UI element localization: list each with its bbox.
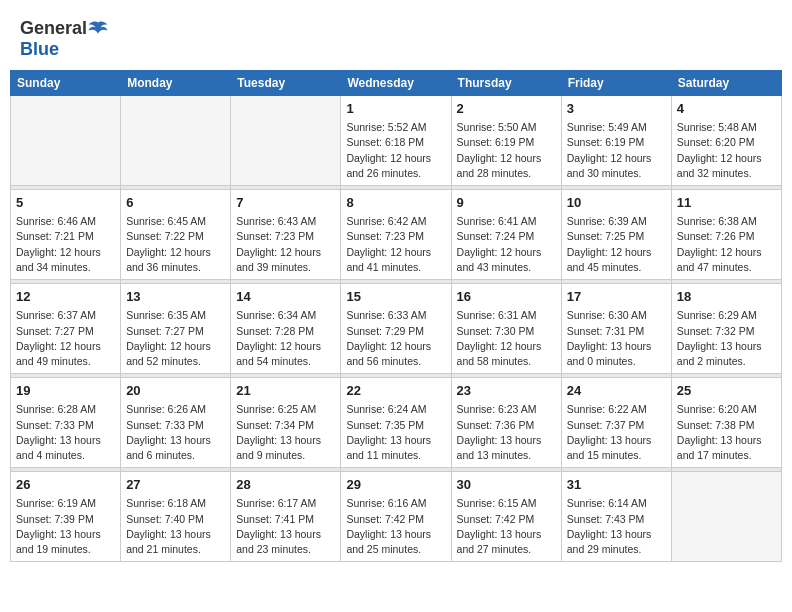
weekday-header-wednesday: Wednesday <box>341 71 451 96</box>
calendar-week-row: 12Sunrise: 6:37 AM Sunset: 7:27 PM Dayli… <box>11 284 782 374</box>
calendar-cell: 3Sunrise: 5:49 AM Sunset: 6:19 PM Daylig… <box>561 96 671 186</box>
day-info: Sunrise: 6:26 AM Sunset: 7:33 PM Dayligh… <box>126 402 225 463</box>
day-number: 24 <box>567 382 666 400</box>
day-info: Sunrise: 5:52 AM Sunset: 6:18 PM Dayligh… <box>346 120 445 181</box>
day-info: Sunrise: 6:46 AM Sunset: 7:21 PM Dayligh… <box>16 214 115 275</box>
day-number: 9 <box>457 194 556 212</box>
weekday-header-monday: Monday <box>121 71 231 96</box>
calendar-cell: 23Sunrise: 6:23 AM Sunset: 7:36 PM Dayli… <box>451 378 561 468</box>
day-number: 4 <box>677 100 776 118</box>
calendar-cell: 12Sunrise: 6:37 AM Sunset: 7:27 PM Dayli… <box>11 284 121 374</box>
day-number: 19 <box>16 382 115 400</box>
calendar-cell: 20Sunrise: 6:26 AM Sunset: 7:33 PM Dayli… <box>121 378 231 468</box>
calendar-cell: 26Sunrise: 6:19 AM Sunset: 7:39 PM Dayli… <box>11 472 121 562</box>
day-number: 25 <box>677 382 776 400</box>
day-number: 16 <box>457 288 556 306</box>
day-number: 7 <box>236 194 335 212</box>
logo-general: General <box>20 18 87 39</box>
day-number: 10 <box>567 194 666 212</box>
day-number: 13 <box>126 288 225 306</box>
day-number: 22 <box>346 382 445 400</box>
calendar-cell: 25Sunrise: 6:20 AM Sunset: 7:38 PM Dayli… <box>671 378 781 468</box>
weekday-header-friday: Friday <box>561 71 671 96</box>
calendar-week-row: 5Sunrise: 6:46 AM Sunset: 7:21 PM Daylig… <box>11 190 782 280</box>
day-info: Sunrise: 5:48 AM Sunset: 6:20 PM Dayligh… <box>677 120 776 181</box>
day-info: Sunrise: 6:42 AM Sunset: 7:23 PM Dayligh… <box>346 214 445 275</box>
day-info: Sunrise: 6:33 AM Sunset: 7:29 PM Dayligh… <box>346 308 445 369</box>
calendar-cell: 6Sunrise: 6:45 AM Sunset: 7:22 PM Daylig… <box>121 190 231 280</box>
day-number: 15 <box>346 288 445 306</box>
weekday-header-sunday: Sunday <box>11 71 121 96</box>
logo-bird-icon <box>87 20 109 38</box>
day-info: Sunrise: 6:45 AM Sunset: 7:22 PM Dayligh… <box>126 214 225 275</box>
day-info: Sunrise: 6:35 AM Sunset: 7:27 PM Dayligh… <box>126 308 225 369</box>
calendar-cell: 18Sunrise: 6:29 AM Sunset: 7:32 PM Dayli… <box>671 284 781 374</box>
calendar-cell: 28Sunrise: 6:17 AM Sunset: 7:41 PM Dayli… <box>231 472 341 562</box>
calendar-cell <box>231 96 341 186</box>
day-info: Sunrise: 6:25 AM Sunset: 7:34 PM Dayligh… <box>236 402 335 463</box>
day-info: Sunrise: 6:20 AM Sunset: 7:38 PM Dayligh… <box>677 402 776 463</box>
day-info: Sunrise: 5:50 AM Sunset: 6:19 PM Dayligh… <box>457 120 556 181</box>
calendar-cell: 8Sunrise: 6:42 AM Sunset: 7:23 PM Daylig… <box>341 190 451 280</box>
day-info: Sunrise: 6:19 AM Sunset: 7:39 PM Dayligh… <box>16 496 115 557</box>
day-number: 5 <box>16 194 115 212</box>
day-info: Sunrise: 6:24 AM Sunset: 7:35 PM Dayligh… <box>346 402 445 463</box>
calendar-cell: 31Sunrise: 6:14 AM Sunset: 7:43 PM Dayli… <box>561 472 671 562</box>
calendar-week-row: 26Sunrise: 6:19 AM Sunset: 7:39 PM Dayli… <box>11 472 782 562</box>
day-info: Sunrise: 6:34 AM Sunset: 7:28 PM Dayligh… <box>236 308 335 369</box>
day-info: Sunrise: 6:37 AM Sunset: 7:27 PM Dayligh… <box>16 308 115 369</box>
day-info: Sunrise: 6:39 AM Sunset: 7:25 PM Dayligh… <box>567 214 666 275</box>
day-number: 12 <box>16 288 115 306</box>
day-info: Sunrise: 6:14 AM Sunset: 7:43 PM Dayligh… <box>567 496 666 557</box>
calendar-cell <box>121 96 231 186</box>
day-number: 31 <box>567 476 666 494</box>
day-number: 29 <box>346 476 445 494</box>
calendar-cell: 30Sunrise: 6:15 AM Sunset: 7:42 PM Dayli… <box>451 472 561 562</box>
calendar-cell: 27Sunrise: 6:18 AM Sunset: 7:40 PM Dayli… <box>121 472 231 562</box>
calendar-cell: 4Sunrise: 5:48 AM Sunset: 6:20 PM Daylig… <box>671 96 781 186</box>
day-info: Sunrise: 6:28 AM Sunset: 7:33 PM Dayligh… <box>16 402 115 463</box>
day-number: 11 <box>677 194 776 212</box>
calendar-cell <box>671 472 781 562</box>
day-info: Sunrise: 5:49 AM Sunset: 6:19 PM Dayligh… <box>567 120 666 181</box>
logo-blue: Blue <box>20 39 59 60</box>
calendar-cell: 7Sunrise: 6:43 AM Sunset: 7:23 PM Daylig… <box>231 190 341 280</box>
calendar-cell: 14Sunrise: 6:34 AM Sunset: 7:28 PM Dayli… <box>231 284 341 374</box>
day-info: Sunrise: 6:16 AM Sunset: 7:42 PM Dayligh… <box>346 496 445 557</box>
calendar-cell: 5Sunrise: 6:46 AM Sunset: 7:21 PM Daylig… <box>11 190 121 280</box>
day-info: Sunrise: 6:29 AM Sunset: 7:32 PM Dayligh… <box>677 308 776 369</box>
day-number: 14 <box>236 288 335 306</box>
calendar-cell: 9Sunrise: 6:41 AM Sunset: 7:24 PM Daylig… <box>451 190 561 280</box>
day-number: 30 <box>457 476 556 494</box>
calendar-cell: 21Sunrise: 6:25 AM Sunset: 7:34 PM Dayli… <box>231 378 341 468</box>
day-number: 27 <box>126 476 225 494</box>
weekday-header-tuesday: Tuesday <box>231 71 341 96</box>
day-info: Sunrise: 6:17 AM Sunset: 7:41 PM Dayligh… <box>236 496 335 557</box>
calendar-week-row: 19Sunrise: 6:28 AM Sunset: 7:33 PM Dayli… <box>11 378 782 468</box>
calendar-cell: 1Sunrise: 5:52 AM Sunset: 6:18 PM Daylig… <box>341 96 451 186</box>
day-number: 28 <box>236 476 335 494</box>
day-number: 21 <box>236 382 335 400</box>
day-info: Sunrise: 6:38 AM Sunset: 7:26 PM Dayligh… <box>677 214 776 275</box>
weekday-header-saturday: Saturday <box>671 71 781 96</box>
day-number: 6 <box>126 194 225 212</box>
day-info: Sunrise: 6:30 AM Sunset: 7:31 PM Dayligh… <box>567 308 666 369</box>
logo: GeneralBlue <box>20 18 109 60</box>
day-number: 23 <box>457 382 556 400</box>
day-info: Sunrise: 6:22 AM Sunset: 7:37 PM Dayligh… <box>567 402 666 463</box>
day-number: 18 <box>677 288 776 306</box>
calendar-cell: 19Sunrise: 6:28 AM Sunset: 7:33 PM Dayli… <box>11 378 121 468</box>
calendar-cell: 22Sunrise: 6:24 AM Sunset: 7:35 PM Dayli… <box>341 378 451 468</box>
day-info: Sunrise: 6:43 AM Sunset: 7:23 PM Dayligh… <box>236 214 335 275</box>
day-number: 8 <box>346 194 445 212</box>
day-info: Sunrise: 6:15 AM Sunset: 7:42 PM Dayligh… <box>457 496 556 557</box>
day-info: Sunrise: 6:31 AM Sunset: 7:30 PM Dayligh… <box>457 308 556 369</box>
day-number: 2 <box>457 100 556 118</box>
calendar-cell: 11Sunrise: 6:38 AM Sunset: 7:26 PM Dayli… <box>671 190 781 280</box>
day-number: 20 <box>126 382 225 400</box>
day-number: 1 <box>346 100 445 118</box>
weekday-header-row: SundayMondayTuesdayWednesdayThursdayFrid… <box>11 71 782 96</box>
calendar-cell <box>11 96 121 186</box>
day-number: 17 <box>567 288 666 306</box>
calendar-cell: 10Sunrise: 6:39 AM Sunset: 7:25 PM Dayli… <box>561 190 671 280</box>
